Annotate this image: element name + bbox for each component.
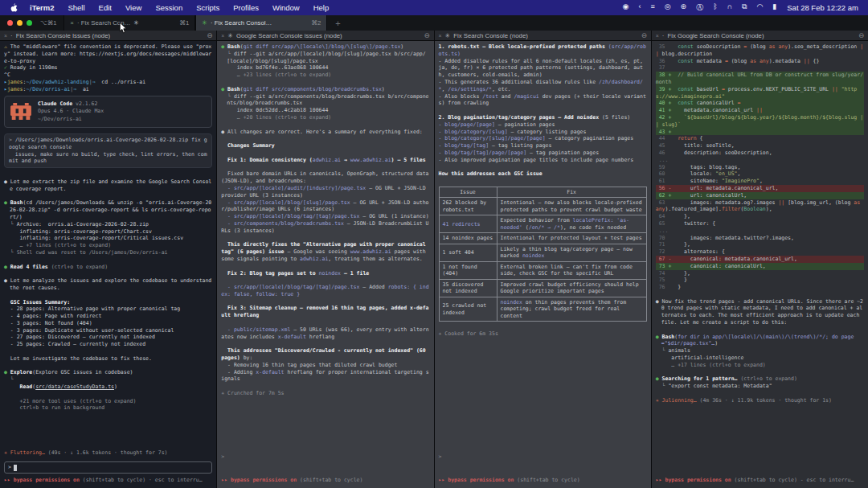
terminal-line: 46 description: seoDescription, bbox=[656, 150, 864, 157]
tab-title: · Fix Search Con… bbox=[77, 19, 130, 27]
pane-bottom-bar: ✳ Fluttering… (49s · ↓ 1.6k tokens · tho… bbox=[4, 449, 212, 484]
terminal-line: … +17 lines (ctrl+o to expand) bbox=[656, 362, 864, 369]
equalizer-icon[interactable]: ≡ bbox=[650, 2, 654, 13]
tab-shortcut: ⌘2 bbox=[311, 19, 321, 27]
terminal-line: 35 const seoDescription = (blog as any).… bbox=[656, 43, 864, 58]
claude-code-title: Claude Code bbox=[38, 100, 72, 107]
terminal-line: artificial-intelligence bbox=[656, 355, 864, 362]
close-window-button[interactable] bbox=[7, 20, 13, 26]
terminal-line: ● Now fix the trend pages - add canonica… bbox=[656, 298, 864, 326]
pane-close-icon[interactable]: × bbox=[221, 33, 224, 39]
tab-fix-search-console-2[interactable]: ✳ · Fix Search Consol… ⌘2 bbox=[195, 15, 327, 31]
terminal-line: ● Bash(for dir in app/\[locale\]/\(main\… bbox=[656, 334, 864, 348]
terminal-line: ▸▸ bypass permissions on (shift+tab to c… bbox=[656, 477, 864, 484]
terminal-line: > bbox=[221, 453, 429, 461]
terminal-line: 76 } bbox=[656, 284, 864, 291]
pane-close-icon[interactable]: × bbox=[4, 33, 7, 39]
menu-item-scripts[interactable]: Scripts bbox=[196, 3, 219, 12]
terminal-line: - Also improved pagination page titles t… bbox=[439, 157, 647, 164]
pane-minimize-icon[interactable]: ⊖ bbox=[641, 31, 647, 39]
terminal-line: … +23 lines (ctrl+o to expand) bbox=[221, 72, 429, 79]
bypass-permissions-status: ▸▸ bypass permissions on (shift+tab to c… bbox=[656, 477, 864, 484]
terminal-line bbox=[4, 348, 212, 355]
terminal-line: 45 title: seoTitle, bbox=[656, 142, 864, 150]
table-row: 25 crawled not indexednoindex on thin pa… bbox=[439, 297, 646, 322]
terminal-line bbox=[221, 263, 429, 270]
terminal-line: - src/app/[locale]/audit/[industry]/page… bbox=[221, 185, 429, 199]
new-tab-button[interactable]: + bbox=[335, 18, 340, 28]
tab-bar: ⌥⌘1 × · Fix Search Con… ✳ ⌘1 ✳ · Fix Sea… bbox=[0, 15, 868, 31]
terminal-line bbox=[4, 292, 212, 299]
claude-cwd-label: ~/Dev/orris-ai bbox=[38, 116, 104, 123]
terminal-line bbox=[221, 121, 429, 129]
agent-transcript: ● Bash(git diff src/app/\[locale\]/blog/… bbox=[221, 43, 429, 397]
terminal-line: ✓ Ready in 1190ms bbox=[4, 64, 212, 72]
record-icon[interactable]: ◉ bbox=[623, 2, 629, 13]
terminal-line: This directly fixes the "Alternative pag… bbox=[221, 241, 429, 262]
terminal-line bbox=[221, 319, 429, 326]
bypass-permissions-status: ▸▸ bypass permissions on (shift+tab to c… bbox=[439, 477, 647, 484]
terminal-line: 1. robots.txt — Block locale-prefixed pr… bbox=[439, 43, 647, 58]
bluetooth-icon[interactable]: ᛒ bbox=[713, 2, 717, 13]
tab-fix-search-console-1[interactable]: × · Fix Search Con… ✳ ⌘1 bbox=[63, 15, 195, 31]
minimize-window-button[interactable] bbox=[17, 20, 23, 26]
terminal-line: 67 - canonical: metadata.canonical_url, bbox=[656, 256, 864, 263]
screen-mirroring-icon[interactable]: ⧉ bbox=[742, 2, 747, 13]
pane-minimize-icon[interactable]: ⊖ bbox=[207, 31, 212, 39]
terminal-line: ... bbox=[656, 157, 864, 164]
terminal-line: ● Explore(Explore GSC issues in codebase… bbox=[4, 369, 212, 376]
terminal-line bbox=[4, 270, 212, 277]
shell-output: ⚠ The "middleware" file convention is de… bbox=[4, 43, 212, 93]
prompt-input[interactable]: > bbox=[439, 453, 647, 461]
prompt-input[interactable]: > bbox=[221, 453, 429, 461]
pane-fix-google-search-console: × · Fix Google Search Console (node) ⊖ 3… bbox=[652, 31, 868, 488]
menu-item-profiles[interactable]: Profiles bbox=[233, 3, 259, 12]
menu-item-view[interactable]: View bbox=[125, 3, 141, 12]
terminal-line: GSC Issues Summary: bbox=[4, 299, 212, 306]
terminal-line: Fix 2: Blog tag pages set to noindex — 1… bbox=[221, 270, 429, 277]
menu-item-shell[interactable]: Shell bbox=[68, 3, 84, 12]
pane-bottom-bar: > ▸▸ bypass permissions on (shift+tab to… bbox=[439, 453, 647, 484]
terminal-line: └ "export const metadata: Metadata" bbox=[656, 383, 864, 390]
terminal-line: └ Archive: orris.ai-Coverage-2026-02-28.… bbox=[4, 221, 212, 228]
terminal-line: ✳ Crunched for 7m 5s bbox=[221, 390, 429, 397]
input-source-icon[interactable]: Ⓐ bbox=[696, 2, 703, 13]
prompt-input[interactable]: > bbox=[4, 461, 212, 474]
terminal-line: Fix 3: Sitemap cleanup — removed 16 thin… bbox=[221, 305, 429, 319]
terminal-line: ✳ Fluttering… (49s · ↓ 1.6k tokens · tho… bbox=[4, 449, 212, 457]
menu-item-window[interactable]: Window bbox=[272, 3, 300, 12]
pane-minimize-icon[interactable]: ⊖ bbox=[424, 31, 429, 39]
menu-item-edit[interactable]: Edit bbox=[99, 3, 112, 12]
tab-close-icon[interactable]: × bbox=[70, 19, 74, 27]
menu-item-help[interactable]: Help bbox=[313, 3, 330, 12]
menu-item-session[interactable]: Session bbox=[155, 3, 182, 12]
apple-icon bbox=[10, 3, 18, 13]
pane-close-icon[interactable]: × bbox=[656, 33, 659, 39]
claude-code-version: v2.1.62 bbox=[76, 100, 97, 107]
pane-minimize-icon[interactable]: ⊖ bbox=[858, 31, 864, 39]
terminal-line: 40 + const canonicalUrl = bbox=[656, 100, 864, 107]
terminal-line: - blog/page/[page] — pagination pages bbox=[439, 121, 647, 129]
zoom-window-button[interactable] bbox=[27, 20, 32, 26]
play-circle-icon[interactable]: ◎ bbox=[665, 2, 671, 13]
headphones-icon[interactable]: ∩ bbox=[727, 2, 732, 13]
menu-item-iterm2[interactable]: iTerm2 bbox=[30, 3, 54, 12]
pane-close-icon[interactable]: × bbox=[439, 33, 442, 39]
chat-icon[interactable]: ⊛ bbox=[681, 2, 687, 13]
terminal-line: - Adding x-default hreflang for proper i… bbox=[221, 369, 429, 383]
terminal-line: - Added disallow rules for all 6 non-def… bbox=[439, 58, 647, 79]
pane-title: Google Search Console issues (node) bbox=[236, 32, 342, 39]
terminal-line: ... bbox=[656, 228, 864, 235]
text-cursor bbox=[14, 465, 17, 471]
claude-code-banner: Claude Code v2.1.62 Opus 4.6 · Claude Ma… bbox=[4, 96, 212, 128]
apple-menu[interactable] bbox=[10, 3, 18, 13]
back-chevron-icon[interactable]: ‹ bbox=[638, 2, 641, 13]
terminal-line: - 27 pages: Discovered – currently not i… bbox=[4, 334, 212, 341]
terminal-line: ● Bash(git diff src/components/blog/brea… bbox=[221, 86, 429, 93]
table-row: 262 blocked by robots.txtIntentional — n… bbox=[439, 198, 646, 215]
pane-fix-search-console-issues: × · Fix Search Console Issues (node) ⊖ ⚠… bbox=[0, 31, 217, 488]
wifi-icon[interactable]: ◠ bbox=[756, 2, 763, 13]
battery-icon[interactable]: ▮ bbox=[772, 2, 776, 13]
terminal-line: ▸▸ bypass permissions on (shift+tab to c… bbox=[439, 477, 647, 484]
menu-clock[interactable]: Sat 28 Feb 12:22 am bbox=[787, 3, 858, 12]
